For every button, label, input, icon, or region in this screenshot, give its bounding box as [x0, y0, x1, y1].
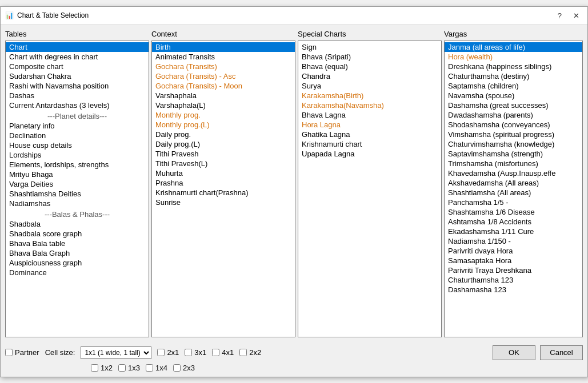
list-item[interactable]: Nadiamshas [6, 199, 149, 208]
list-item[interactable]: Elements, lordships, strengths [6, 160, 149, 170]
list-item[interactable]: Upapada Lagna [298, 149, 441, 159]
list-item[interactable]: Parivriti dvaya Hora [445, 246, 582, 256]
list-item[interactable]: Sign [298, 42, 441, 52]
list-item[interactable]: Mrityu Bhaga [6, 170, 149, 179]
checkbox-1x3[interactable] [118, 364, 126, 372]
list-item[interactable]: Tithi Pravesh(L) [152, 159, 295, 168]
list-item[interactable]: Chaturvimshamsha (knowledge) [445, 139, 582, 149]
list-item[interactable]: ---Balas & Phalas--- [6, 209, 149, 219]
close-button[interactable]: ✕ [570, 10, 583, 21]
list-item[interactable]: Composite chart [6, 62, 149, 71]
list-item[interactable]: Bhava (equal) [298, 62, 441, 71]
list-item[interactable]: Chart [6, 42, 149, 52]
list-item[interactable]: Karakamsha(Navamsha) [298, 100, 441, 110]
list-item[interactable]: Muhurta [152, 168, 295, 178]
list-item[interactable]: Saptamsha (children) [445, 81, 582, 91]
list-item[interactable]: Gochara (Transits) - Asc [152, 71, 295, 81]
cb-1x4[interactable]: 1x4 [146, 364, 167, 372]
list-item[interactable]: Nadiamsha 1/150 - [445, 236, 582, 246]
special-charts-list[interactable]: SignBhava (Sripati)Bhava (equal)ChandraS… [298, 41, 442, 337]
list-item[interactable]: Birth [152, 42, 295, 52]
cb-2x1[interactable]: 2x1 [157, 348, 179, 357]
cb-3x1[interactable]: 3x1 [185, 348, 206, 357]
list-item[interactable]: Bhava Bala table [6, 239, 149, 248]
checkbox-1x2[interactable] [91, 364, 98, 372]
list-item[interactable]: Chaturthamsha 123 [445, 275, 582, 285]
list-item[interactable]: Vimshamsha (spiritual progress) [445, 130, 582, 139]
list-item[interactable]: Krishnamurti chart [298, 139, 441, 149]
list-item[interactable]: Karakamsha(Birth) [298, 91, 441, 100]
list-item[interactable]: Daily prog.(L) [152, 139, 295, 149]
list-item[interactable]: Dashas [6, 91, 149, 100]
list-item[interactable]: Akshavedamsha (All areas) [445, 178, 582, 188]
list-item[interactable]: Dashamasha 123 [445, 285, 582, 295]
cb-1x2[interactable]: 1x2 [91, 364, 113, 372]
list-item[interactable]: Tithi Pravesh [152, 149, 295, 159]
list-item[interactable]: Hora (wealth) [445, 52, 582, 62]
list-item[interactable]: ---Planet details--- [6, 111, 149, 121]
list-item[interactable]: Chart with degrees in chart [6, 52, 149, 62]
list-item[interactable]: Varshaphala [152, 91, 295, 100]
checkbox-2x2[interactable] [239, 349, 247, 356]
list-item[interactable]: Chaturthamsha (destiny) [445, 71, 582, 81]
list-item[interactable]: Dreshkana (happiness siblings) [445, 62, 582, 71]
list-item[interactable]: Surya [298, 81, 441, 91]
list-item[interactable]: Shadbala score graph [6, 229, 149, 239]
list-item[interactable]: Gochara (Transits) - Moon [152, 81, 295, 91]
list-item[interactable]: Sunrise [152, 197, 295, 207]
list-item[interactable]: Shashtamsha 1/6 Disease [445, 207, 582, 217]
list-item[interactable]: Animated Transits [152, 52, 295, 62]
cell-size-select[interactable]: 1x1 (1 wide, 1 tall)2x13x14x12x21x21x31x… [81, 346, 151, 359]
checkbox-2x3[interactable] [173, 364, 181, 372]
list-item[interactable]: Shashtiamsha (All areas) [445, 188, 582, 197]
list-item[interactable]: Dominance [6, 268, 149, 277]
list-item[interactable]: Ekadashamsha 1/11 Cure [445, 227, 582, 236]
partner-group[interactable]: Partner [5, 348, 39, 357]
help-button[interactable]: ? [554, 10, 565, 21]
list-item[interactable]: Declination [6, 131, 149, 140]
list-item[interactable]: Rashi with Navamsha position [6, 81, 149, 91]
list-item[interactable]: Hora Lagna [298, 120, 441, 130]
list-item[interactable]: House cusp details [6, 140, 149, 150]
list-item[interactable]: Varshaphala(L) [152, 100, 295, 110]
list-item[interactable]: Panchamsha 1/5 - [445, 197, 582, 207]
list-item[interactable]: Krishnamurti chart(Prashna) [152, 188, 295, 197]
list-item[interactable]: Ghatika Lagna [298, 130, 441, 139]
cb-2x3[interactable]: 2x3 [173, 364, 195, 372]
list-item[interactable]: Monthly prog. [152, 110, 295, 120]
list-item[interactable]: Prashna [152, 178, 295, 188]
ok-button[interactable]: OK [493, 345, 535, 360]
list-item[interactable]: Parivriti Traya Dreshkana [445, 265, 582, 275]
cb-1x3[interactable]: 1x3 [118, 364, 140, 372]
list-item[interactable]: Shadbala [6, 219, 149, 229]
list-item[interactable]: Chandra [298, 71, 441, 81]
list-item[interactable]: Daily prog. [152, 130, 295, 139]
list-item[interactable]: Trimshamsha (misfortunes) [445, 159, 582, 168]
partner-checkbox[interactable] [5, 349, 13, 356]
list-item[interactable]: Planetary info [6, 121, 149, 131]
list-item[interactable]: Dwadashamsha (parents) [445, 110, 582, 120]
list-item[interactable]: Janma (all areas of life) [445, 42, 582, 52]
list-item[interactable]: Shashtiamsha Deities [6, 189, 149, 199]
checkbox-2x1[interactable] [157, 349, 165, 356]
vargas-list[interactable]: Janma (all areas of life)Hora (wealth)Dr… [444, 41, 583, 337]
list-item[interactable]: Saptavimshamsha (strength) [445, 149, 582, 159]
cancel-button[interactable]: Cancel [540, 345, 583, 360]
list-item[interactable]: Bhava (Sripati) [298, 52, 441, 62]
list-item[interactable]: Gochara (Transits) [152, 62, 295, 71]
list-item[interactable]: Lordships [6, 150, 149, 160]
list-item[interactable]: Navamsha (spouse) [445, 91, 582, 100]
list-item[interactable]: Bhava Bala Graph [6, 248, 149, 258]
list-item[interactable]: Khavedamsha (Ausp.Inausp.effe [445, 168, 582, 178]
tables-list[interactable]: ChartChart with degrees in chartComposit… [5, 41, 149, 337]
list-item[interactable]: Sudarshan Chakra [6, 71, 149, 81]
checkbox-3x1[interactable] [185, 349, 192, 356]
list-item[interactable]: Ashtamsha 1/8 Accidents [445, 217, 582, 227]
cb-2x2[interactable]: 2x2 [239, 348, 261, 357]
cb-4x1[interactable]: 4x1 [212, 348, 234, 357]
list-item[interactable]: Varga Deities [6, 179, 149, 189]
list-item[interactable]: Current Antardashas (3 levels) [6, 100, 149, 110]
list-item[interactable]: Bhava Lagna [298, 110, 441, 120]
list-item[interactable]: Auspiciousness graph [6, 258, 149, 268]
list-item[interactable]: Shodashamsha (conveyances) [445, 120, 582, 130]
